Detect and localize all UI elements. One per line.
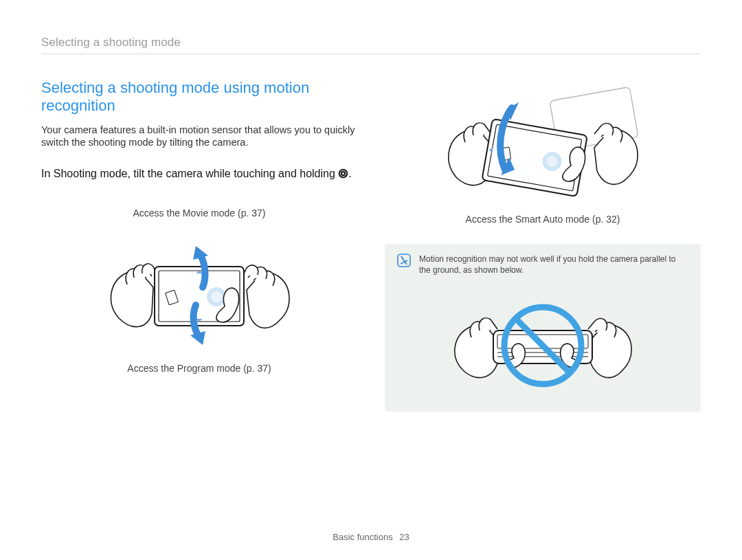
instruction-text-post: . [348, 168, 351, 179]
column-right: Access the Smart Auto mode (p. 32) Motio… [385, 79, 701, 412]
illustration-tilt-lateral [385, 74, 701, 211]
target-icon [338, 168, 348, 183]
note-icon [397, 254, 411, 270]
footer-section-label: Basic functions [333, 532, 392, 542]
header-rule [41, 54, 701, 54]
two-column-layout: Selecting a shooting mode using motion r… [41, 79, 701, 412]
instruction-text: In Shooting mode, tilt the camera while … [41, 167, 357, 183]
footer-page-number: 23 [399, 532, 409, 542]
caption-smart-auto-mode: Access the Smart Auto mode (p. 32) [385, 214, 701, 225]
illustration-tilt-vertical [41, 219, 357, 363]
caption-movie-mode: Access the Movie mode (p. 37) [41, 208, 357, 219]
svg-point-2 [342, 172, 344, 175]
caption-program-mode: Access the Program mode (p. 37) [41, 363, 357, 374]
note-text: Motion recognition may not work well if … [419, 254, 688, 276]
note-box: Motion recognition may not work well if … [385, 244, 701, 412]
page-footer: Basic functions 23 [0, 532, 742, 542]
section-heading: Selecting a shooting mode using motion r… [41, 79, 357, 115]
manual-page: Selecting a shooting mode Selecting a sh… [0, 0, 742, 560]
intro-paragraph: Your camera features a built-in motion s… [41, 124, 357, 149]
svg-point-7 [211, 291, 222, 302]
running-head: Selecting a shooting mode [41, 36, 701, 49]
column-left: Selecting a shooting mode using motion r… [41, 79, 357, 412]
illustration-parallel-ground [397, 282, 688, 399]
instruction-text-pre: In Shooting mode, tilt the camera while … [41, 168, 335, 179]
